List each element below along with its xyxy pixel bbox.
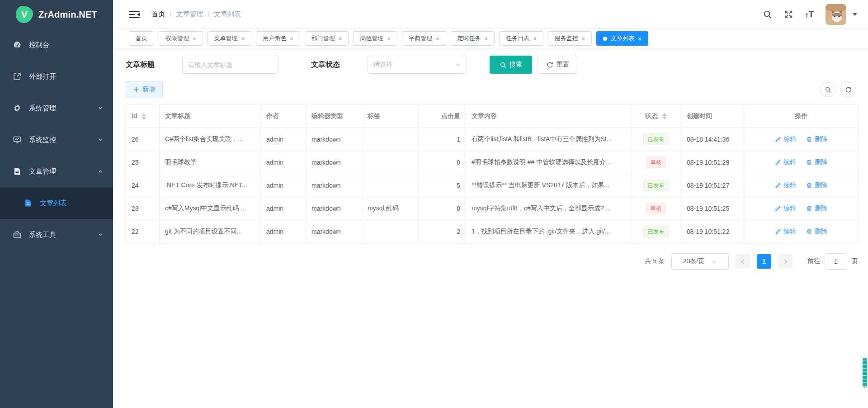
search-button[interactable]: 搜索: [490, 56, 532, 74]
cell-author: admin: [261, 197, 306, 220]
tab-label: 用户角色: [263, 34, 286, 43]
delete-button[interactable]: 删除: [806, 158, 827, 166]
sort-caret-icon[interactable]: [662, 113, 667, 119]
status-badge: 已发布: [643, 180, 669, 191]
add-button[interactable]: 新增: [126, 81, 163, 98]
tab-dict[interactable]: 字典管理 ×: [402, 31, 446, 46]
chevron-right-icon: [783, 259, 788, 265]
column-header-title: 文章标题: [160, 104, 261, 128]
tab-service-monitor[interactable]: 服务监控 ×: [548, 31, 592, 46]
cell-title: C#两个list集合实现关联，...: [160, 128, 261, 151]
prev-page-button[interactable]: [736, 254, 750, 269]
topbar: 首页 / 文章管理 / 文章列表 TT: [113, 0, 868, 29]
tab-menu[interactable]: 菜单管理 ×: [208, 31, 252, 46]
tab-label: 首页: [136, 34, 147, 43]
cell-clicks: 0: [419, 151, 466, 174]
tab-label: 岗位管理: [360, 34, 383, 43]
column-header-id[interactable]: id: [126, 104, 160, 128]
refresh-table-button[interactable]: [840, 82, 856, 97]
sidebar-item-external-open[interactable]: 外部打开: [0, 61, 113, 92]
sidebar-item-article-list[interactable]: 文章列表: [0, 187, 113, 219]
trash-icon: [806, 205, 812, 212]
delete-button[interactable]: 删除: [806, 181, 827, 190]
column-header-content: 文章内容: [466, 104, 631, 128]
logo-icon: V: [16, 6, 33, 23]
breadcrumb-item[interactable]: 首页: [151, 10, 165, 19]
breadcrumb-item[interactable]: 文章管理: [176, 10, 203, 19]
sidebar-item-dashboard[interactable]: 控制台: [0, 29, 113, 61]
fullscreen-icon[interactable]: [784, 9, 793, 19]
cell-id: 22: [126, 220, 160, 243]
goto-page-input[interactable]: [825, 253, 847, 270]
edit-button[interactable]: 编辑: [775, 228, 796, 236]
scroll-indicator[interactable]: [863, 358, 867, 388]
status-badge: 已发布: [643, 226, 669, 237]
reset-button[interactable]: 重置: [538, 56, 578, 74]
tab-scheduled-task[interactable]: 定时任务 ×: [451, 31, 495, 46]
close-icon[interactable]: ×: [387, 36, 391, 42]
delete-button[interactable]: 删除: [806, 228, 827, 236]
tab-task-log[interactable]: 任务日志 ×: [499, 31, 543, 46]
cell-author: admin: [261, 174, 306, 197]
sidebar-item-system-monitor[interactable]: 系统监控: [0, 124, 113, 156]
topbar-actions: TT: [763, 4, 857, 25]
delete-button[interactable]: 删除: [806, 204, 827, 213]
article-title-input[interactable]: [182, 56, 279, 74]
column-header-clicks: 点击量: [419, 104, 466, 128]
close-icon[interactable]: ×: [193, 36, 196, 42]
show-search-toggle-button[interactable]: [820, 82, 835, 97]
sidebar-item-article-management[interactable]: 文章管理: [0, 156, 113, 187]
tab-label: 服务监控: [555, 34, 578, 43]
cell-id: 25: [126, 151, 160, 174]
tab-permission[interactable]: 权限管理 ×: [159, 31, 203, 46]
table-row: 25 羽毛球教学 admin markdown 0 #羽毛球拍参数说明 ## 中…: [126, 151, 859, 174]
avatar[interactable]: [826, 4, 846, 25]
cell-content: #羽毛球拍参数说明 ## 中管软硬选择以及长度介...: [466, 151, 631, 174]
close-icon[interactable]: ×: [582, 36, 585, 42]
avatar-dropdown-caret-icon[interactable]: [853, 13, 857, 16]
tab-article-list-active[interactable]: 文章列表 ×: [596, 31, 648, 46]
column-header-status[interactable]: 状态: [631, 104, 681, 128]
page-number-current[interactable]: 1: [757, 254, 771, 269]
cell-status: 已发布: [631, 128, 681, 151]
app-logo[interactable]: V ZrAdmin.NET: [0, 0, 113, 29]
close-icon[interactable]: ×: [436, 36, 439, 42]
tab-user-role[interactable]: 用户角色 ×: [256, 31, 300, 46]
page-size-select[interactable]: 20条/页: [671, 253, 729, 270]
table-row: 23 c#写入Mysql中文显示乱码 ... admin markdown my…: [126, 197, 859, 220]
close-icon[interactable]: ×: [533, 36, 537, 42]
tab-post[interactable]: 岗位管理 ×: [353, 31, 397, 46]
close-icon[interactable]: ×: [241, 36, 245, 42]
column-header-tag: 标签: [362, 104, 419, 128]
close-icon[interactable]: ×: [638, 36, 642, 42]
edit-button[interactable]: 编辑: [775, 181, 796, 190]
cell-status: 草稿: [631, 151, 681, 174]
edit-button[interactable]: 编辑: [775, 204, 796, 213]
search-icon[interactable]: [763, 9, 772, 19]
dashboard-icon: [13, 40, 22, 49]
status-badge: 草稿: [646, 203, 666, 214]
article-status-select[interactable]: 请选择: [368, 56, 467, 74]
delete-button[interactable]: 删除: [806, 135, 827, 143]
next-page-button[interactable]: [778, 254, 793, 269]
table-header-row: id 文章标题 作者 编辑器类型 标签 点击量 文章内容 状态 创: [126, 104, 859, 128]
cell-author: admin: [261, 220, 306, 243]
edit-button[interactable]: 编辑: [775, 135, 796, 143]
edit-button[interactable]: 编辑: [775, 158, 796, 166]
tab-label: 任务日志: [506, 34, 529, 43]
close-icon[interactable]: ×: [485, 36, 488, 42]
sidebar-item-system-management[interactable]: 系统管理: [0, 92, 113, 124]
sidebar-fold-icon[interactable]: [129, 10, 140, 19]
close-icon[interactable]: ×: [290, 36, 293, 42]
page-unit-label: 页: [852, 257, 858, 266]
sidebar-item-system-tools[interactable]: 系统工具: [0, 219, 113, 251]
tab-department[interactable]: 部门管理 ×: [305, 31, 349, 46]
tab-home[interactable]: 首页: [129, 31, 154, 46]
font-size-icon[interactable]: TT: [805, 10, 814, 19]
column-header-actions: 操作: [744, 104, 859, 128]
cell-id: 24: [126, 174, 160, 197]
cell-title: c#写入Mysql中文显示乱码 ...: [160, 197, 261, 220]
sort-caret-icon[interactable]: [142, 114, 146, 120]
close-icon[interactable]: ×: [339, 36, 342, 42]
column-header-editor: 编辑器类型: [306, 104, 362, 128]
